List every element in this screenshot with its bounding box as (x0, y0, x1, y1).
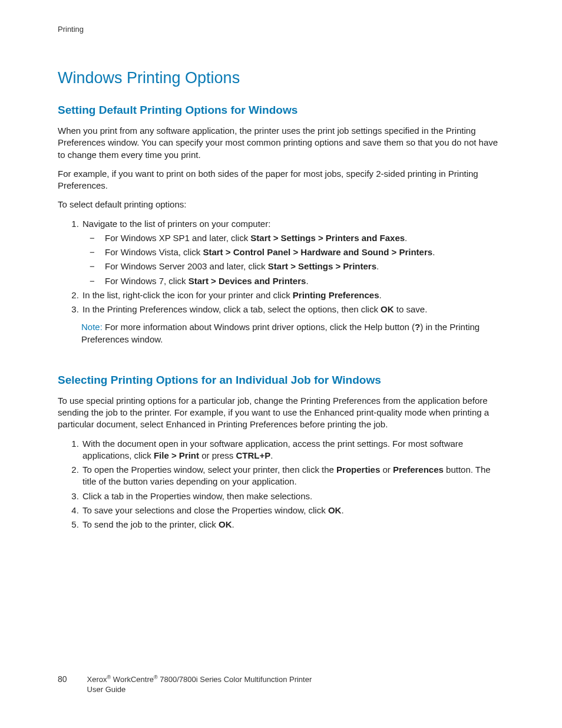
list-item: With the document open in your software … (81, 438, 504, 462)
ordered-list: With the document open in your software … (58, 438, 504, 531)
paragraph: To select default printing options: (58, 199, 504, 210)
step-text: Navigate to the list of printers on your… (82, 219, 270, 229)
list-item: To send the job to the printer, click OK… (81, 519, 504, 531)
list-item: Navigate to the list of printers on your… (81, 218, 504, 287)
page-title: Windows Printing Options (58, 69, 504, 87)
list-item: For Windows XP SP1 and later, click Star… (105, 232, 504, 244)
paragraph: For example, if you want to print on bot… (58, 168, 504, 192)
page-footer: 80 Xerox® WorkCentre® 7800/7800i Series … (58, 674, 312, 695)
ordered-list: Navigate to the list of printers on your… (58, 218, 504, 316)
note: Note: For more information about Windows… (81, 321, 504, 345)
list-item: Click a tab in the Properties window, th… (81, 490, 504, 502)
document-page: Printing Windows Printing Options Settin… (0, 0, 562, 728)
note-label: Note: (81, 322, 103, 332)
running-header: Printing (58, 25, 504, 34)
page-number: 80 (58, 674, 67, 684)
section-heading-1: Setting Default Printing Options for Win… (58, 104, 504, 117)
list-item: In the list, right-click the icon for yo… (81, 289, 504, 301)
list-item: For Windows 7, click Start > Devices and… (105, 275, 504, 287)
section-heading-2: Selecting Printing Options for an Indivi… (58, 374, 504, 387)
sub-list: For Windows XP SP1 and later, click Star… (82, 232, 504, 287)
list-item: To save your selections and close the Pr… (81, 505, 504, 516)
list-item: For Windows Vista, click Start > Control… (105, 246, 504, 258)
list-item: In the Printing Preferences window, clic… (81, 304, 504, 315)
paragraph: To use special printing options for a pa… (58, 395, 504, 431)
list-item: For Windows Server 2003 and later, click… (105, 261, 504, 272)
paragraph: When you print from any software applica… (58, 125, 504, 161)
footer-text: Xerox® WorkCentre® 7800/7800i Series Col… (87, 674, 312, 695)
list-item: To open the Properties window, select yo… (81, 464, 504, 488)
